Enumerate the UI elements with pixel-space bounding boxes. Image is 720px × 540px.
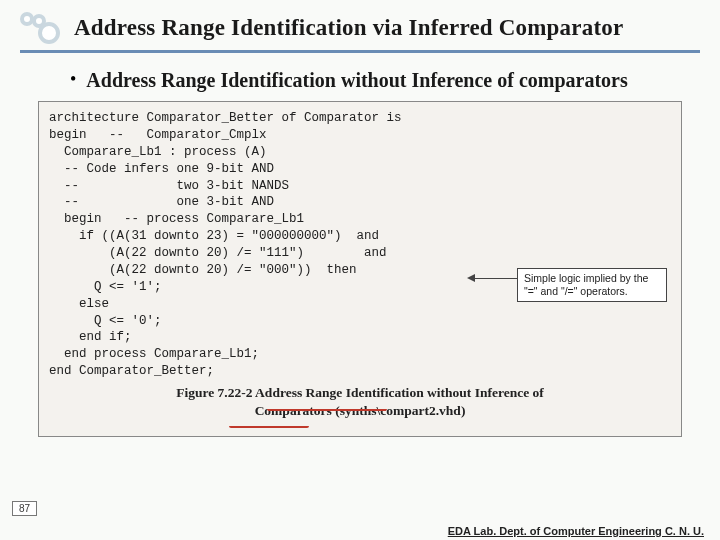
code-line: end Comparator_Better;: [49, 363, 671, 380]
code-line: -- one 3-bit AND: [49, 194, 671, 211]
code-line: if ((A(31 downto 23) = "000000000") and: [49, 228, 671, 245]
bullet-item: • Address Range Identification without I…: [70, 67, 700, 93]
slide-container: Address Range Identification via Inferre…: [0, 0, 720, 540]
code-line: (A(22 downto 20) /= "111") and: [49, 245, 671, 262]
code-line: begin -- process Comparare_Lb1: [49, 211, 671, 228]
bullets-decor-icon: [20, 12, 64, 44]
code-line: Comparare_Lb1 : process (A): [49, 144, 671, 161]
code-figure: architecture Comparator_Better of Compar…: [38, 101, 682, 437]
code-line: -- Code infers one 9-bit AND: [49, 161, 671, 178]
figure-caption: Figure 7.22-2 Address Range Identificati…: [49, 384, 671, 420]
page-number: 87: [12, 501, 37, 516]
caption-line: Comparators (synths\compart2.vhd): [49, 402, 671, 420]
bullet-dot-icon: •: [70, 67, 76, 91]
callout-line: "=" and "/=" operators.: [524, 285, 660, 298]
callout-box: Simple logic implied by the "=" and "/="…: [517, 268, 667, 302]
bullet-text: Address Range Identification without Inf…: [86, 67, 627, 93]
red-annotation-icon: [267, 407, 387, 411]
code-line: architecture Comparator_Better of Compar…: [49, 110, 671, 127]
callout-arrow-icon: [473, 278, 517, 279]
page-title: Address Range Identification via Inferre…: [74, 15, 623, 41]
code-line: Q <= '0';: [49, 313, 671, 330]
code-line: end process Comparare_Lb1;: [49, 346, 671, 363]
callout-arrowhead-icon: [467, 274, 475, 282]
code-line: -- two 3-bit NANDS: [49, 178, 671, 195]
code-line: begin -- Comparator_Cmplx: [49, 127, 671, 144]
footer-label: EDA Lab. Dept. of Computer Engineering C…: [448, 525, 704, 537]
callout-line: Simple logic implied by the: [524, 272, 660, 285]
red-annotation-icon: [229, 424, 309, 428]
title-row: Address Range Identification via Inferre…: [20, 12, 700, 53]
caption-line: Figure 7.22-2 Address Range Identificati…: [49, 384, 671, 402]
code-line: end if;: [49, 329, 671, 346]
